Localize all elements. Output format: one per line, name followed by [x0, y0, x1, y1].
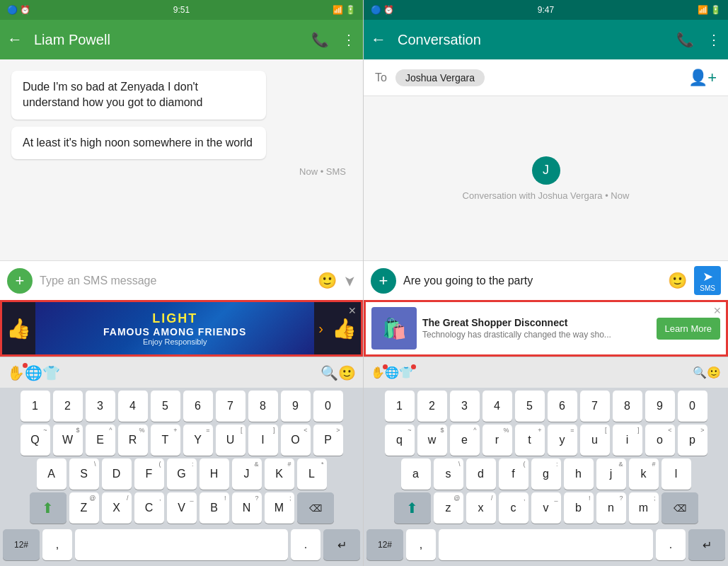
ad-arrow-icon[interactable]: › [314, 320, 328, 337]
emoji-icon-right[interactable]: 🙂 [707, 366, 721, 379]
r-key-v[interactable]: _v [531, 492, 561, 524]
right-delete-key[interactable]: ⌫ [661, 492, 698, 524]
right-comma-key[interactable]: , [406, 529, 436, 560]
r-key-q[interactable]: ~q [385, 424, 415, 456]
r-key-n[interactable]: ?n [596, 492, 626, 524]
r-key-x[interactable]: /x [466, 492, 496, 524]
r-key-h[interactable]: h [564, 458, 594, 490]
key-v[interactable]: _V [167, 492, 197, 524]
key-c[interactable]: ,C [134, 492, 164, 524]
r-key-9[interactable]: 9 [645, 391, 675, 422]
right-phone-icon[interactable]: 📞 [676, 31, 694, 48]
shirt-icon-right[interactable]: 👕 [399, 366, 413, 379]
left-send-icon[interactable]: ➤ [342, 275, 359, 287]
r-key-d[interactable]: d [466, 458, 496, 490]
right-shift-key[interactable]: ⬆ [394, 492, 431, 524]
r-key-p[interactable]: >p [678, 424, 707, 456]
left-comma-key[interactable]: , [42, 529, 72, 560]
r-key-y[interactable]: =y [548, 424, 577, 456]
r-key-j[interactable]: &j [596, 458, 626, 490]
r-key-8[interactable]: 8 [613, 391, 642, 422]
phone-icon[interactable]: 📞 [311, 31, 329, 48]
key-5[interactable]: 5 [151, 391, 180, 422]
recipient-chip[interactable]: Joshua Vergara [395, 69, 485, 86]
key-f[interactable]: (F [134, 458, 164, 490]
r-key-g[interactable]: :g [531, 458, 561, 490]
shirt-icon-left[interactable]: 👕 [42, 364, 60, 381]
key-m[interactable]: ;M [265, 492, 294, 524]
bud-light-banner[interactable]: LIGHT FAMOUS AMONG FRIENDS Enjoy Respons… [35, 302, 314, 354]
r-key-a[interactable]: a [401, 458, 431, 490]
key-a[interactable]: A [37, 458, 67, 490]
right-back-button[interactable]: ← [371, 30, 386, 49]
r-key-o[interactable]: <o [645, 424, 675, 456]
key-o[interactable]: <O [281, 424, 311, 456]
left-ad-close[interactable]: ✕ [348, 305, 357, 316]
r-key-l[interactable]: l [661, 458, 691, 490]
globe-icon-left[interactable]: 🌐 [25, 364, 42, 381]
key-7[interactable]: 7 [216, 391, 245, 422]
left-message-input[interactable]: Type an SMS message [40, 275, 311, 287]
left-add-button[interactable]: + [7, 268, 33, 294]
right-num-sym-key[interactable]: 12# [366, 529, 403, 560]
key-h[interactable]: H [200, 458, 229, 490]
right-message-input[interactable]: Are you going to the party [403, 275, 661, 287]
left-shift-key[interactable]: ⬆ [30, 492, 67, 524]
r-key-s[interactable]: \s [434, 458, 463, 490]
right-enter-key[interactable]: ↵ [688, 529, 725, 560]
left-space-key[interactable] [75, 529, 288, 560]
key-z[interactable]: @Z [69, 492, 99, 524]
right-more-vert-icon[interactable]: ⋮ [707, 31, 721, 48]
key-0[interactable]: 0 [313, 391, 343, 422]
r-key-4[interactable]: 4 [483, 391, 512, 422]
hand-icon-right[interactable]: ✋ [371, 366, 385, 379]
r-key-5[interactable]: 5 [515, 391, 545, 422]
r-key-6[interactable]: 6 [548, 391, 577, 422]
r-key-7[interactable]: 7 [580, 391, 610, 422]
emoji-icon-left[interactable]: 🙂 [338, 364, 356, 381]
r-key-u[interactable]: [u [580, 424, 610, 456]
key-6[interactable]: 6 [183, 391, 213, 422]
key-l[interactable]: *L [297, 458, 327, 490]
left-enter-key[interactable]: ↵ [323, 529, 360, 560]
r-key-1[interactable]: 1 [385, 391, 415, 422]
r-key-m[interactable]: ;m [629, 492, 659, 524]
search-icon-right[interactable]: 🔍 [693, 366, 707, 379]
key-3[interactable]: 3 [86, 391, 115, 422]
more-vert-icon[interactable]: ⋮ [342, 31, 356, 48]
r-key-w[interactable]: $w [417, 424, 447, 456]
key-b[interactable]: !B [200, 492, 229, 524]
key-1[interactable]: 1 [21, 391, 50, 422]
hand-icon-left[interactable]: ✋ [7, 364, 25, 381]
key-p[interactable]: >P [313, 424, 343, 456]
key-n[interactable]: ?N [232, 492, 262, 524]
r-key-r[interactable]: %r [483, 424, 512, 456]
r-key-2[interactable]: 2 [417, 391, 447, 422]
left-num-sym-key[interactable]: 12# [3, 529, 40, 560]
right-ad-close[interactable]: ✕ [713, 305, 722, 316]
key-i[interactable]: ]I [248, 424, 278, 456]
search-icon-left[interactable]: 🔍 [320, 364, 338, 381]
key-g[interactable]: :G [167, 458, 197, 490]
key-u[interactable]: [U [216, 424, 245, 456]
key-y[interactable]: =Y [183, 424, 213, 456]
r-key-k[interactable]: #k [629, 458, 659, 490]
right-add-button[interactable]: + [371, 268, 396, 294]
learn-more-button[interactable]: Learn More [657, 318, 720, 340]
add-person-icon[interactable]: 👤+ [688, 69, 717, 87]
r-key-3[interactable]: 3 [450, 391, 480, 422]
key-d[interactable]: D [102, 458, 132, 490]
key-w[interactable]: $W [53, 424, 83, 456]
key-q[interactable]: ~Q [21, 424, 50, 456]
key-2[interactable]: 2 [53, 391, 83, 422]
r-key-0[interactable]: 0 [678, 391, 707, 422]
left-emoji-icon[interactable]: 🙂 [318, 272, 337, 290]
r-key-t[interactable]: +t [515, 424, 545, 456]
key-j[interactable]: &J [232, 458, 262, 490]
left-period-key[interactable]: . [291, 529, 320, 560]
key-4[interactable]: 4 [118, 391, 148, 422]
right-space-key[interactable] [439, 529, 653, 560]
key-8[interactable]: 8 [248, 391, 278, 422]
key-r[interactable]: %R [118, 424, 148, 456]
right-period-key[interactable]: . [656, 529, 686, 560]
